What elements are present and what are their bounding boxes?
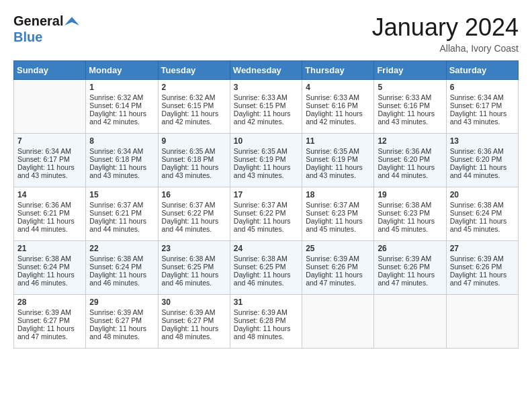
calendar-cell: 1Sunrise: 6:32 AMSunset: 6:14 PMDaylight… <box>86 80 158 134</box>
daylight-text: Daylight: 11 hours and 47 minutes. <box>306 271 370 287</box>
sunrise-text: Sunrise: 6:36 AM <box>450 147 515 155</box>
logo-text-blue: Blue <box>13 30 79 44</box>
sunset-text: Sunset: 6:18 PM <box>162 155 226 163</box>
day-number: 22 <box>89 244 154 253</box>
day-number: 9 <box>162 136 226 146</box>
calendar-cell <box>14 80 86 134</box>
calendar-cell: 22Sunrise: 6:38 AMSunset: 6:24 PMDayligh… <box>86 241 158 295</box>
sunset-text: Sunset: 6:27 PM <box>17 316 82 324</box>
sunrise-text: Sunrise: 6:37 AM <box>234 201 298 209</box>
sunset-text: Sunset: 6:23 PM <box>378 209 442 217</box>
daylight-text: Daylight: 11 hours and 45 minutes. <box>306 217 370 233</box>
month-title: January 2024 <box>372 13 519 42</box>
calendar-cell: 19Sunrise: 6:38 AMSunset: 6:23 PMDayligh… <box>374 187 446 241</box>
daylight-text: Daylight: 11 hours and 43 minutes. <box>378 109 442 126</box>
calendar-cell: 31Sunrise: 6:39 AMSunset: 6:28 PMDayligh… <box>230 295 302 349</box>
daylight-text: Daylight: 11 hours and 42 minutes. <box>89 109 154 126</box>
day-number: 25 <box>306 244 370 253</box>
daylight-text: Daylight: 11 hours and 43 minutes. <box>17 163 82 179</box>
calendar-cell: 4Sunrise: 6:33 AMSunset: 6:16 PMDaylight… <box>302 80 374 134</box>
calendar-cell: 9Sunrise: 6:35 AMSunset: 6:18 PMDaylight… <box>158 134 230 187</box>
logo-text-general: General <box>13 13 63 28</box>
day-number: 29 <box>89 298 154 307</box>
sunrise-text: Sunrise: 6:38 AM <box>162 255 226 263</box>
sunrise-text: Sunrise: 6:38 AM <box>450 201 515 209</box>
daylight-text: Daylight: 11 hours and 45 minutes. <box>378 217 442 233</box>
day-number: 24 <box>234 244 298 253</box>
sunrise-text: Sunrise: 6:39 AM <box>450 255 515 263</box>
calendar-table: SundayMondayTuesdayWednesdayThursdayFrid… <box>13 60 519 349</box>
sunrise-text: Sunrise: 6:39 AM <box>378 255 442 263</box>
daylight-text: Daylight: 11 hours and 42 minutes. <box>306 109 370 126</box>
page-header: General Blue January 2024 Allaha, Ivory … <box>13 13 519 54</box>
daylight-text: Daylight: 11 hours and 43 minutes. <box>450 109 515 126</box>
sunrise-text: Sunrise: 6:39 AM <box>17 308 82 316</box>
daylight-text: Daylight: 11 hours and 45 minutes. <box>450 217 515 233</box>
calendar-cell: 8Sunrise: 6:34 AMSunset: 6:18 PMDaylight… <box>86 134 158 187</box>
calendar-cell: 3Sunrise: 6:33 AMSunset: 6:15 PMDaylight… <box>230 80 302 134</box>
daylight-text: Daylight: 11 hours and 47 minutes. <box>17 324 82 340</box>
calendar-header-thursday: Thursday <box>302 61 374 80</box>
day-number: 6 <box>450 83 515 92</box>
calendar-cell: 25Sunrise: 6:39 AMSunset: 6:26 PMDayligh… <box>302 241 374 295</box>
daylight-text: Daylight: 11 hours and 48 minutes. <box>162 324 226 340</box>
sunset-text: Sunset: 6:20 PM <box>378 155 442 163</box>
sunset-text: Sunset: 6:17 PM <box>450 101 515 109</box>
sunrise-text: Sunrise: 6:32 AM <box>162 93 226 101</box>
calendar-cell: 14Sunrise: 6:36 AMSunset: 6:21 PMDayligh… <box>14 187 86 241</box>
calendar-cell: 24Sunrise: 6:38 AMSunset: 6:25 PMDayligh… <box>230 241 302 295</box>
sunset-text: Sunset: 6:27 PM <box>89 316 154 324</box>
sunrise-text: Sunrise: 6:38 AM <box>17 255 82 263</box>
day-number: 18 <box>306 190 370 199</box>
sunset-text: Sunset: 6:20 PM <box>450 155 515 163</box>
svg-marker-0 <box>64 17 79 26</box>
sunset-text: Sunset: 6:26 PM <box>378 263 442 271</box>
day-number: 19 <box>378 190 442 199</box>
sunrise-text: Sunrise: 6:33 AM <box>378 93 442 101</box>
calendar-cell: 2Sunrise: 6:32 AMSunset: 6:15 PMDaylight… <box>158 80 230 134</box>
daylight-text: Daylight: 11 hours and 48 minutes. <box>89 324 154 340</box>
day-number: 2 <box>162 83 226 92</box>
daylight-text: Daylight: 11 hours and 47 minutes. <box>450 271 515 287</box>
sunrise-text: Sunrise: 6:39 AM <box>89 308 154 316</box>
sunset-text: Sunset: 6:16 PM <box>306 101 370 109</box>
calendar-cell: 13Sunrise: 6:36 AMSunset: 6:20 PMDayligh… <box>446 134 518 187</box>
calendar-header-wednesday: Wednesday <box>230 61 302 80</box>
sunrise-text: Sunrise: 6:33 AM <box>306 93 370 101</box>
calendar-cell: 20Sunrise: 6:38 AMSunset: 6:24 PMDayligh… <box>446 187 518 241</box>
calendar-cell: 28Sunrise: 6:39 AMSunset: 6:27 PMDayligh… <box>14 295 86 349</box>
sunrise-text: Sunrise: 6:35 AM <box>234 147 298 155</box>
sunrise-text: Sunrise: 6:39 AM <box>234 308 298 316</box>
sunrise-text: Sunrise: 6:37 AM <box>162 201 226 209</box>
calendar-header-row: SundayMondayTuesdayWednesdayThursdayFrid… <box>14 61 519 80</box>
calendar-cell: 27Sunrise: 6:39 AMSunset: 6:26 PMDayligh… <box>446 241 518 295</box>
calendar-cell <box>446 295 518 349</box>
week-row-1: 1Sunrise: 6:32 AMSunset: 6:14 PMDaylight… <box>14 80 519 134</box>
logo: General Blue <box>13 13 79 44</box>
week-row-2: 7Sunrise: 6:34 AMSunset: 6:17 PMDaylight… <box>14 134 519 187</box>
sunset-text: Sunset: 6:24 PM <box>17 263 82 271</box>
sunset-text: Sunset: 6:18 PM <box>89 155 154 163</box>
sunset-text: Sunset: 6:15 PM <box>162 101 226 109</box>
daylight-text: Daylight: 11 hours and 44 minutes. <box>17 217 82 233</box>
sunrise-text: Sunrise: 6:34 AM <box>89 147 154 155</box>
week-row-4: 21Sunrise: 6:38 AMSunset: 6:24 PMDayligh… <box>14 241 519 295</box>
calendar-cell: 21Sunrise: 6:38 AMSunset: 6:24 PMDayligh… <box>14 241 86 295</box>
day-number: 10 <box>234 136 298 146</box>
week-row-5: 28Sunrise: 6:39 AMSunset: 6:27 PMDayligh… <box>14 295 519 349</box>
day-number: 4 <box>306 83 370 92</box>
sunrise-text: Sunrise: 6:34 AM <box>450 93 515 101</box>
calendar-header-sunday: Sunday <box>14 61 86 80</box>
sunrise-text: Sunrise: 6:38 AM <box>378 201 442 209</box>
daylight-text: Daylight: 11 hours and 44 minutes. <box>378 163 442 179</box>
daylight-text: Daylight: 11 hours and 46 minutes. <box>89 271 154 287</box>
sunrise-text: Sunrise: 6:37 AM <box>306 201 370 209</box>
day-number: 12 <box>378 136 442 146</box>
sunset-text: Sunset: 6:19 PM <box>306 155 370 163</box>
sunrise-text: Sunrise: 6:35 AM <box>306 147 370 155</box>
calendar-cell <box>302 295 374 349</box>
sunset-text: Sunset: 6:22 PM <box>162 209 226 217</box>
day-number: 14 <box>17 190 82 199</box>
daylight-text: Daylight: 11 hours and 43 minutes. <box>162 163 226 179</box>
day-number: 5 <box>378 83 442 92</box>
